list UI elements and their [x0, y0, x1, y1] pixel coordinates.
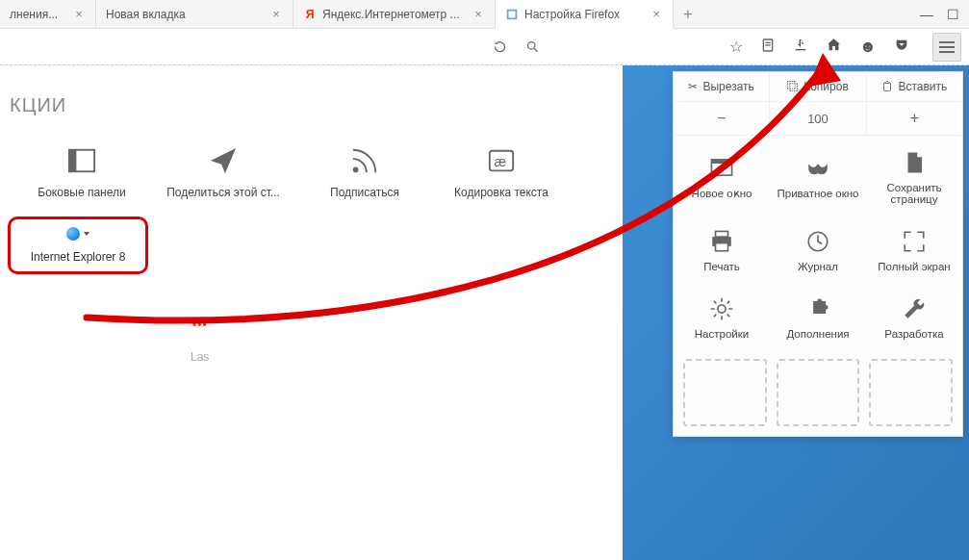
section-title: КЦИИ [10, 94, 603, 116]
url-bar[interactable] [520, 35, 712, 60]
svg-point-11 [353, 167, 359, 173]
maximize-button[interactable]: ☐ [947, 7, 959, 22]
customize-panel: КЦИИ Боковые панели Поделиться этой ст..… [0, 65, 623, 560]
zoom-value: 100 [770, 102, 866, 135]
item-label: Поделиться этой ст... [166, 186, 280, 199]
hello-icon[interactable]: ☻ [859, 38, 877, 57]
empty-slot[interactable] [777, 359, 860, 426]
empty-slot[interactable] [683, 359, 767, 426]
wrench-icon [901, 295, 928, 322]
reader-view-icon[interactable] [760, 38, 776, 57]
puzzle-icon [804, 295, 831, 322]
developer-button[interactable]: Разработка [866, 282, 962, 349]
drop-placeholders [674, 349, 962, 436]
settings-favicon [505, 8, 519, 21]
new-window-button[interactable]: Новое оҝно [674, 136, 770, 215]
item-label: Кодировка текста [454, 186, 548, 199]
close-icon[interactable]: × [269, 8, 283, 21]
close-icon[interactable]: × [650, 8, 663, 21]
bookmark-star-icon[interactable]: ☆ [729, 38, 743, 56]
ie-icon [66, 227, 89, 241]
svg-text:Я: Я [306, 8, 315, 21]
encoding-icon: æ [486, 145, 517, 176]
item-label: Боковые панели [38, 186, 125, 199]
menu-drop-target: ✂Вырезать ⿻Копиров 📋︎Вставить − 100 + Но… [623, 65, 969, 560]
svg-rect-18 [716, 243, 728, 251]
tab-3[interactable]: Настройка Firefox × [496, 0, 674, 29]
copy-button[interactable]: ⿻Копиров [770, 72, 866, 101]
hamburger-menu-panel: ✂Вырезать ⿻Копиров 📋︎Вставить − 100 + Но… [673, 71, 963, 437]
gear-icon [708, 295, 735, 322]
svg-point-3 [528, 42, 536, 50]
customize-item-encoding[interactable]: æ Кодировка текста [439, 145, 564, 199]
customize-item-share[interactable]: Поделиться этой ст... [156, 145, 291, 199]
window-icon [708, 154, 735, 181]
home-icon[interactable] [826, 37, 842, 57]
save-page-button[interactable]: Сохранить страницу [866, 136, 962, 215]
lastpass-icon[interactable]: ••• [192, 318, 208, 331]
window-controls: — ☐ [910, 0, 969, 28]
clock-icon [804, 228, 831, 255]
item-label: Подписаться [330, 186, 399, 199]
svg-line-4 [534, 48, 537, 51]
svg-rect-2 [509, 11, 516, 17]
hamburger-menu-button[interactable] [932, 33, 961, 62]
tab-label: Настройка Firefox [524, 8, 644, 21]
tab-label: Новая вкладка [106, 8, 264, 21]
customize-item-side-panels[interactable]: Боковые панели [19, 145, 144, 199]
tab-label: лнения... [10, 8, 66, 21]
empty-slot[interactable] [869, 359, 953, 426]
svg-rect-8 [796, 49, 806, 50]
addons-button[interactable]: Дополнения [770, 282, 866, 349]
private-window-button[interactable]: Приватное окно [770, 136, 866, 215]
panel-icon [66, 145, 97, 176]
fullscreen-icon [901, 228, 928, 255]
paste-button[interactable]: 📋︎Вставить [867, 72, 962, 101]
download-icon[interactable] [793, 38, 808, 57]
main-area: КЦИИ Боковые панели Поделиться этой ст..… [0, 65, 969, 560]
tab-label: Яндекс.Интернетометр ... [322, 8, 466, 21]
scissors-icon: ✂ [688, 80, 698, 93]
minimize-button[interactable]: — [920, 7, 933, 22]
printer-icon [708, 228, 735, 255]
svg-rect-16 [716, 231, 728, 237]
clipboard-icon: 📋︎ [881, 80, 893, 93]
svg-text:æ: æ [495, 154, 507, 169]
fullscreen-button[interactable]: Полный экран [866, 215, 962, 282]
pocket-icon[interactable] [894, 38, 909, 57]
search-icon [525, 39, 540, 54]
svg-rect-10 [69, 150, 77, 172]
zoom-out-button[interactable]: − [674, 102, 770, 135]
tab-2[interactable]: Я Яндекс.Интернетометр ... × [293, 0, 496, 28]
customize-item-subscribe[interactable]: Подписаться [302, 145, 427, 199]
partial-text: Las [191, 350, 209, 364]
reload-button[interactable] [487, 35, 512, 60]
close-icon[interactable]: × [472, 8, 485, 21]
close-icon[interactable]: × [72, 8, 86, 21]
rss-icon [349, 145, 380, 176]
copy-icon: ⿻ [787, 80, 799, 93]
tab-0[interactable]: лнения... × [0, 0, 96, 28]
ie8-item-highlighted[interactable]: Internet Explorer 8 [8, 216, 148, 274]
file-icon [901, 149, 928, 176]
svg-rect-15 [711, 160, 731, 164]
nav-toolbar: ☆ ☻ [0, 29, 969, 65]
tab-1[interactable]: Новая вкладка × [96, 0, 293, 28]
mask-icon [804, 155, 831, 182]
item-label: Internet Explorer 8 [31, 250, 126, 264]
print-button[interactable]: Печать [674, 215, 770, 282]
settings-button[interactable]: Настройки [674, 282, 770, 349]
new-tab-button[interactable]: + [674, 0, 702, 28]
svg-point-20 [718, 305, 726, 313]
history-button[interactable]: Журнал [770, 215, 866, 282]
zoom-in-button[interactable]: + [867, 102, 962, 135]
paper-plane-icon [208, 145, 239, 176]
yandex-favicon: Я [303, 8, 317, 21]
tab-strip: лнения... × Новая вкладка × Я Яндекс.Инт… [0, 0, 969, 29]
cut-button[interactable]: ✂Вырезать [674, 72, 770, 101]
